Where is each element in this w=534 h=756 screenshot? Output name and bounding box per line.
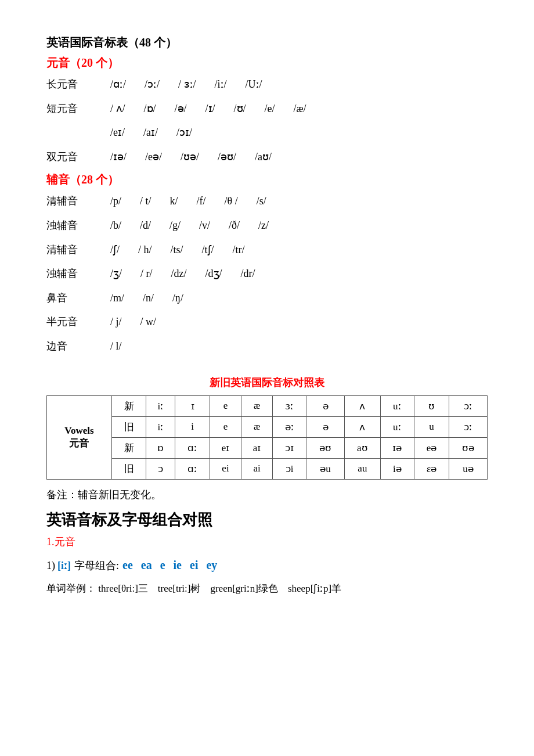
long-vowel-label: 长元音 bbox=[46, 73, 110, 96]
voiced1-symbols: /b/ /d/ /g/ /v/ /ð/ /z/ bbox=[110, 214, 269, 237]
table-row-new2: 新 ɒ ɑː eɪ aɪ ɔɪ əʊ aʊ ɪə eə ʊə bbox=[47, 437, 488, 458]
diphthong1-symbols: /eɪ/ /aɪ/ /ɔɪ/ bbox=[110, 121, 192, 145]
double-vowel-label: 双元音 bbox=[46, 146, 110, 169]
long-vowel-row: 长元音 /ɑː/ /ɔː/ / ɜː/ /iː/ /Uː/ bbox=[46, 73, 488, 96]
long-vowel-symbols: /ɑː/ /ɔː/ / ɜː/ /iː/ /Uː/ bbox=[110, 73, 262, 96]
double-vowel-symbols: /ɪə/ /eə/ /ʊə/ /əʊ/ /aʊ/ bbox=[110, 146, 272, 169]
voiced2-label: 浊辅音 bbox=[46, 262, 110, 286]
table-row-old2: 旧 ɔ ɑː ei ai ɔi əu au iə εə uə bbox=[47, 458, 488, 479]
nasal-row: 鼻音 /m/ /n/ /ŋ/ bbox=[46, 287, 488, 310]
new-label-2: 新 bbox=[111, 437, 146, 458]
semivowel-symbols: / j/ / w/ bbox=[110, 311, 156, 334]
semivowel-label: 半元音 bbox=[46, 311, 110, 334]
diphthong1-row: /eɪ/ /aɪ/ /ɔɪ/ bbox=[46, 121, 488, 145]
consonants-heading: 辅音（28 个） bbox=[46, 172, 488, 188]
nasal-symbols: /m/ /n/ /ŋ/ bbox=[110, 287, 183, 310]
lateral-label: 边音 bbox=[46, 335, 110, 358]
semivowel-row: 半元音 / j/ / w/ bbox=[46, 311, 488, 334]
table-row-new1: Vowels 元音 新 iː ɪ e æ ɜː ə ʌ uː ʊ ɔː bbox=[47, 395, 488, 416]
voiced1-label: 浊辅音 bbox=[46, 214, 110, 237]
voiceless1-row: 清辅音 /p/ / t/ k/ /f/ /θ / /s/ bbox=[46, 190, 488, 213]
voiced2-row: 浊辅音 /ʒ/ / r/ /dz/ /dʒ/ /dr/ bbox=[46, 262, 488, 286]
double-vowel-row: 双元音 /ɪə/ /eə/ /ʊə/ /əʊ/ /aʊ/ bbox=[46, 146, 488, 169]
old-label-2: 旧 bbox=[111, 458, 146, 479]
voiceless1-label: 清辅音 bbox=[46, 190, 110, 213]
lateral-row: 边音 / l/ bbox=[46, 335, 488, 358]
comparison-title: 新旧英语国际音标对照表 bbox=[46, 376, 488, 390]
short-vowel-row: 短元音 / ʌ/ /ɒ/ /ə/ /ɪ/ /ʊ/ /e/ /æ/ bbox=[46, 98, 488, 121]
lateral-symbols: / l/ bbox=[110, 335, 122, 358]
nasal-label: 鼻音 bbox=[46, 287, 110, 310]
comparison-table: Vowels 元音 新 iː ɪ e æ ɜː ə ʌ uː ʊ ɔː 旧 iː… bbox=[46, 395, 488, 480]
voiceless2-row: 清辅音 /ʃ/ / h/ /ts/ /tʃ/ /tr/ bbox=[46, 239, 488, 262]
new-label-1: 新 bbox=[111, 395, 146, 416]
vowel-section-title: 1.元音 bbox=[46, 535, 488, 549]
short-vowel-symbols: / ʌ/ /ɒ/ /ə/ /ɪ/ /ʊ/ /e/ /æ/ bbox=[110, 98, 306, 121]
voiced1-row: 浊辅音 /b/ /d/ /g/ /v/ /ð/ /z/ bbox=[46, 214, 488, 237]
vowels-heading: 元音（20 个） bbox=[46, 55, 488, 71]
voiceless1-symbols: /p/ / t/ k/ /f/ /θ / /s/ bbox=[110, 190, 266, 213]
table-row-old1: 旧 iː i e æ əː ə ʌ uː u ɔː bbox=[47, 416, 488, 437]
combo-title: 英语音标及字母组合对照 bbox=[46, 510, 488, 530]
main-title: 英语国际音标表（48 个） bbox=[46, 35, 488, 51]
phoneme1-symbol: [iː] bbox=[57, 555, 71, 576]
examples1-row: 单词举例： three[θri:]三 tree[tri:]树 green[gri… bbox=[46, 580, 488, 598]
voiced2-symbols: /ʒ/ / r/ /dz/ /dʒ/ /dr/ bbox=[110, 262, 255, 286]
voiceless2-label: 清辅音 bbox=[46, 239, 110, 262]
short-vowel-label: 短元音 bbox=[46, 98, 110, 121]
note-text: 备注：辅音新旧无变化。 bbox=[46, 488, 488, 502]
vowels-label-cell: Vowels 元音 bbox=[47, 395, 112, 479]
voiceless2-symbols: /ʃ/ / h/ /ts/ /tʃ/ /tr/ bbox=[110, 239, 245, 262]
phoneme1-row: 1) [iː] 字母组合: ee ea e ie ei ey bbox=[46, 553, 488, 577]
old-label-1: 旧 bbox=[111, 416, 146, 437]
